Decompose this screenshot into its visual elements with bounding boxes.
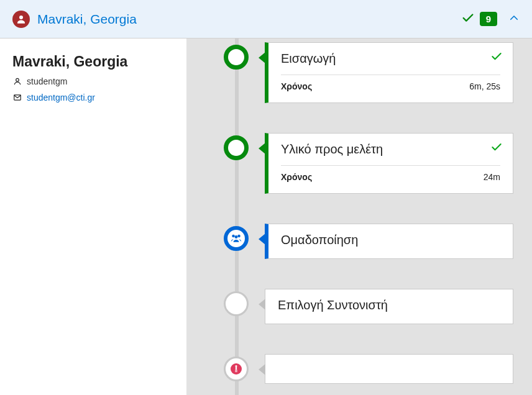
divider	[281, 165, 500, 166]
header-person-name: Mavraki, Georgia	[37, 12, 461, 27]
profile-name: Mavraki, Georgia	[12, 53, 174, 70]
time-value: 6m, 25s	[469, 81, 500, 91]
svg-point-0	[19, 16, 23, 19]
header-status: 9	[461, 11, 520, 27]
step-title: Υλικό προς μελέτη	[281, 142, 500, 157]
step-node-done-icon	[224, 135, 249, 160]
user-icon	[12, 77, 22, 86]
svg-point-3	[232, 234, 235, 237]
timeline: Εισαγωγή Χρόνος 6m, 25s Υλικό προς μελέτ…	[186, 39, 532, 395]
divider	[281, 75, 500, 75]
group-icon	[231, 234, 242, 244]
user-header[interactable]: Mavraki, Georgia 9	[0, 0, 532, 39]
arrow-icon	[259, 143, 265, 154]
profile-username-row: studentgm	[12, 76, 174, 86]
person-icon	[16, 14, 27, 25]
svg-point-5	[235, 235, 238, 238]
arrow-icon	[259, 364, 265, 375]
time-label: Χρόνος	[281, 172, 312, 182]
svg-rect-8	[236, 370, 236, 373]
step-node-pending-icon	[224, 291, 249, 316]
check-icon	[461, 11, 475, 27]
step-meta: Χρόνος 24m	[281, 172, 500, 182]
step-card[interactable]: Επιλογή Συντονιστή	[265, 289, 513, 324]
timeline-step: Ομαδοποίηση	[224, 224, 513, 259]
count-badge: 9	[480, 12, 497, 26]
step-node-pending-icon	[224, 356, 249, 381]
timeline-step	[224, 354, 513, 384]
step-node-done-icon	[224, 45, 249, 70]
svg-rect-7	[236, 367, 237, 370]
step-card[interactable]: Εισαγωγή Χρόνος 6m, 25s	[265, 42, 513, 103]
arrow-icon	[259, 299, 265, 310]
step-meta: Χρόνος 6m, 25s	[281, 81, 500, 91]
arrow-icon	[259, 52, 265, 63]
svg-point-4	[237, 234, 241, 237]
timeline-step: Επιλογή Συντονιστή	[224, 289, 513, 324]
svg-point-6	[236, 365, 237, 367]
check-icon	[490, 50, 503, 65]
step-node-active-icon	[224, 226, 249, 251]
arrow-icon	[259, 234, 265, 245]
step-title: Επιλογή Συντονιστή	[278, 298, 500, 312]
content-area: Mavraki, Georgia studentgm studentgm@cti…	[0, 39, 532, 395]
svg-point-1	[16, 78, 19, 81]
chevron-up-icon[interactable]	[508, 12, 520, 26]
step-card[interactable]: Υλικό προς μελέτη Χρόνος 24m	[265, 133, 513, 194]
person-standing-icon	[231, 363, 242, 375]
profile-email-row: studentgm@cti.gr	[12, 93, 174, 102]
profile-email[interactable]: studentgm@cti.gr	[27, 93, 95, 102]
step-card[interactable]: Ομαδοποίηση	[265, 224, 513, 259]
profile-sidebar: Mavraki, Georgia studentgm studentgm@cti…	[0, 39, 186, 395]
mail-icon	[12, 93, 22, 102]
step-title: Εισαγωγή	[281, 52, 500, 66]
svg-rect-9	[236, 370, 237, 373]
time-label: Χρόνος	[281, 81, 312, 91]
timeline-step: Εισαγωγή Χρόνος 6m, 25s	[224, 42, 513, 103]
step-card[interactable]	[265, 354, 513, 384]
avatar	[12, 11, 30, 28]
step-title: Ομαδοποίηση	[281, 233, 500, 247]
profile-username: studentgm	[27, 76, 67, 86]
time-value: 24m	[484, 172, 500, 182]
check-icon	[490, 141, 503, 156]
timeline-step: Υλικό προς μελέτη Χρόνος 24m	[224, 133, 513, 194]
